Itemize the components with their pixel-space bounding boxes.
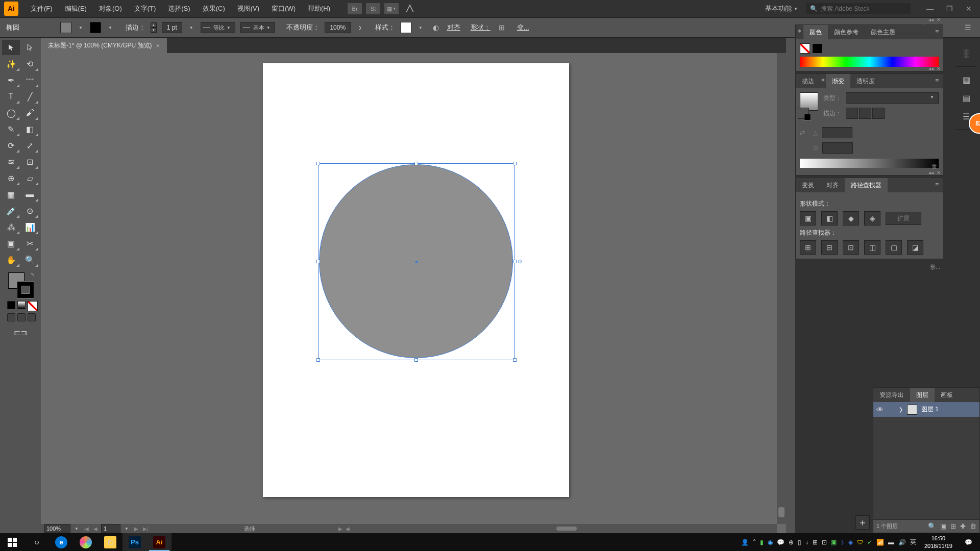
screen-mode-btn[interactable]: ⊏⊐: [11, 324, 30, 340]
width-tool[interactable]: ≋: [2, 154, 20, 169]
graph-tool[interactable]: 📊: [21, 219, 39, 235]
menu-edit[interactable]: 编辑(E): [60, 1, 92, 16]
stroke-grad-across[interactable]: [872, 108, 885, 119]
artboard[interactable]: [263, 63, 569, 497]
eraser-tool[interactable]: ◧: [21, 121, 39, 137]
eyedropper-tool[interactable]: 💉: [2, 203, 20, 218]
taskbar-explorer[interactable]: 🗀: [98, 533, 122, 551]
locate-object-icon[interactable]: 🔍: [928, 522, 936, 530]
align-link[interactable]: 对齐: [447, 23, 460, 32]
volume-icon[interactable]: 🔊: [898, 539, 906, 546]
tray-app-9-icon[interactable]: ◈: [848, 539, 853, 546]
close-button[interactable]: ✕: [962, 4, 976, 14]
lasso-tool[interactable]: ⟲: [21, 56, 39, 71]
crop-btn[interactable]: ◫: [864, 240, 880, 255]
none-mode-btn[interactable]: [28, 301, 38, 311]
wechat-icon[interactable]: 💬: [777, 539, 785, 546]
taskbar-illustrator[interactable]: Ai: [147, 533, 172, 551]
menu-type[interactable]: 文字(T): [129, 1, 161, 16]
zoom-tool[interactable]: 🔍: [21, 252, 39, 267]
new-layer-icon[interactable]: ✚: [960, 522, 966, 530]
style-dropdown[interactable]: ▼: [416, 26, 425, 30]
bluetooth-icon[interactable]: ᛒ: [841, 539, 844, 546]
close-panel-icon[interactable]: ✕: [937, 66, 941, 73]
workspace-selector[interactable]: 基本功能 ▼: [761, 2, 804, 15]
shape-link[interactable]: 形状：: [471, 23, 491, 32]
scroll-thumb-h[interactable]: [556, 527, 577, 531]
taskbar-photoshop[interactable]: Ps: [122, 533, 147, 551]
zoom-dropdown[interactable]: ▼: [72, 527, 81, 531]
vertical-scrollbar[interactable]: [777, 53, 786, 524]
fill-dropdown[interactable]: ▼: [77, 26, 85, 30]
bridge-icon[interactable]: Br: [348, 3, 362, 14]
tray-app-10-icon[interactable]: ✓: [867, 539, 872, 546]
first-artboard-btn[interactable]: |◀: [83, 525, 90, 532]
outline-btn[interactable]: ▢: [886, 240, 902, 255]
fill-stroke-swatches[interactable]: ⤡: [8, 272, 34, 298]
layer-row[interactable]: 👁 ❯ 图层 1: [873, 402, 979, 417]
taskbar-edge[interactable]: e: [49, 533, 74, 551]
tray-app-6-icon[interactable]: ⊞: [813, 539, 818, 546]
action-center-icon[interactable]: 💬: [957, 533, 980, 551]
tab-color-guide[interactable]: 颜色参考: [828, 25, 865, 39]
stock-search[interactable]: 🔍: [806, 3, 911, 14]
type-tool[interactable]: T: [2, 89, 20, 104]
tray-app-2-icon[interactable]: ◉: [768, 539, 773, 546]
transform-link[interactable]: 变...: [517, 23, 529, 32]
stroke-profile[interactable]: 等比▼: [201, 22, 235, 33]
none-swatch[interactable]: [800, 43, 810, 54]
resize-handle-br[interactable]: [513, 358, 517, 362]
scroll-thumb-v[interactable]: [778, 507, 785, 517]
tab-color[interactable]: 颜色: [803, 25, 828, 39]
stroke-dropdown[interactable]: ▼: [106, 26, 114, 30]
resize-handle-tl[interactable]: [316, 162, 320, 165]
minus-front-btn[interactable]: ◧: [821, 211, 838, 226]
artboard-dropdown[interactable]: ▼: [122, 527, 131, 531]
weight-dropdown[interactable]: ▼: [187, 26, 195, 30]
people-icon[interactable]: 👤: [741, 539, 749, 546]
tray-app-3-icon[interactable]: ⊕: [789, 539, 794, 546]
draw-behind-btn[interactable]: [17, 313, 26, 321]
tab-align[interactable]: 对齐: [820, 178, 845, 192]
tab-pathfinder[interactable]: 路径查找器: [845, 178, 888, 192]
gradient-type-select[interactable]: ▼: [846, 92, 939, 104]
collapse-icon[interactable]: ◂◂: [928, 170, 934, 177]
brushes-icon[interactable]: ▤: [956, 90, 976, 106]
make-clipping-mask-icon[interactable]: ▣: [940, 522, 946, 530]
stroke-weight-input[interactable]: [162, 22, 182, 33]
minimize-button[interactable]: —: [923, 4, 937, 14]
line-tool[interactable]: ╱: [21, 89, 39, 104]
zoom-input[interactable]: [44, 524, 70, 533]
fill-swatch[interactable]: [60, 22, 71, 33]
start-button[interactable]: [0, 533, 24, 551]
stock-icon[interactable]: St: [366, 3, 380, 14]
magic-wand-tool[interactable]: ✨: [2, 56, 20, 71]
resize-handle-ml[interactable]: [316, 260, 320, 263]
swap-fill-stroke-icon[interactable]: ⤡: [31, 271, 35, 277]
tray-app-1-icon[interactable]: ▮: [760, 539, 764, 546]
menu-window[interactable]: 窗口(W): [266, 1, 301, 16]
spin-up[interactable]: ▲: [151, 22, 157, 28]
expand-layer-icon[interactable]: ❯: [899, 407, 903, 412]
scale-tool[interactable]: ⤢: [21, 138, 39, 153]
libraries-icon[interactable]: ▦: [956, 72, 976, 87]
draw-normal-btn[interactable]: [7, 313, 15, 321]
artboard-tool[interactable]: ▣: [2, 236, 20, 251]
stroke-weight-spinner[interactable]: ▲ ▼: [151, 22, 157, 33]
security-icon[interactable]: 🛡: [857, 539, 863, 546]
next-artboard-btn[interactable]: ▶: [133, 525, 140, 532]
ellipse-tool[interactable]: ◯: [2, 105, 20, 120]
properties-icon[interactable]: ░: [956, 46, 976, 61]
panel-menu-icon[interactable]: ≡: [931, 25, 943, 39]
ime-indicator[interactable]: 英: [910, 538, 916, 546]
tray-app-4-icon[interactable]: ▯: [798, 539, 801, 546]
merge-btn[interactable]: ⊡: [843, 240, 859, 255]
pie-handle[interactable]: [518, 260, 522, 263]
reverse-grad-icon[interactable]: ⇄: [800, 129, 809, 136]
stock-search-input[interactable]: [821, 5, 906, 12]
add-content-btn[interactable]: ＋: [855, 515, 870, 530]
stroke-swatch[interactable]: [90, 22, 101, 33]
symbol-sprayer-tool[interactable]: ⁂: [2, 219, 20, 235]
tray-up-icon[interactable]: ˄: [753, 539, 756, 546]
toolbox-stroke[interactable]: [17, 282, 34, 298]
